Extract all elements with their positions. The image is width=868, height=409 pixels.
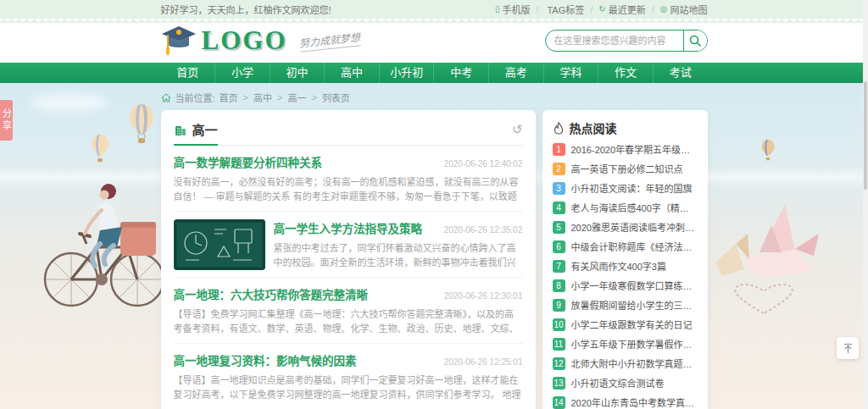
flame-icon [553,122,565,135]
hot-reading-link[interactable]: 老人与海读后感400字（精选3篇） [571,201,698,214]
slogan-text: 努力成就梦想 [298,29,361,52]
hot-reading-item: 10 小学二年级跟数学有关的日记 [553,318,698,331]
main-nav: 首页 小学 初中 高中 小升初 中考 高考 学科 作文 考试 [0,63,868,83]
share-button[interactable]: 分享 [0,100,13,141]
article-list-card: 高一 ↺ 高一数学解题要分析四种关系 2020-06-26 12:40:02 没… [161,110,536,409]
rank-badge: 9 [553,299,565,312]
hot-reading-item: 6 中级会计职称题库《经济法》检测题 [553,240,698,253]
hot-reading-item: 7 有关风雨作文400字3篇 [553,259,698,273]
welcome-text: 好好学习，天天向上，红柚作文网欢迎您! [161,3,331,16]
hot-reading-link[interactable]: 2020年山东青岛中考数学真题（已公布） [571,395,698,409]
article-item: 高一学生入学方法指导及策略 2020-06-26 12:35:02 紧张的中考过… [174,212,523,278]
topbar-link[interactable]: ↻ 最近更新 [598,3,645,16]
hot-reading-link[interactable]: 小学五年级下册数学暑假作业答案【20-61 [571,337,698,351]
hot-reading-link[interactable]: 中级会计职称题库《经济法》检测题 [571,240,698,253]
girl-on-bicycle-illustration [36,169,168,312]
article-title-link[interactable]: 高一数学解题要分析四种关系 [174,153,323,170]
hot-reading-item: 13 小升初语文综合测试卷 [553,376,698,390]
article-date: 2020-06-26 12:35:02 [444,225,523,235]
back-to-top-button[interactable] [837,337,859,359]
topbar-link[interactable]: ▯ 手机版 [495,3,531,16]
hot-air-balloon-icon [760,139,776,161]
hot-reading-card: 热点阅读 1 2016-2020年春学期五年级语文下期末模拟 2 高一英语下册必… [542,110,708,409]
nav-item[interactable]: 学科 [544,63,599,83]
scrollbar-track[interactable] [863,0,868,409]
article-excerpt: 【导语】高一地理知识点是高考的基础，同学们一定要复习好高一地理，这样才能在复习好… [174,373,523,402]
breadcrumb-prefix: 当前位置: [175,91,215,104]
scrollbar-thumb[interactable] [864,81,867,190]
rank-badge: 14 [553,396,565,409]
hot-reading-link[interactable]: 放暑假期间留给小学生的三年级英语作文范文 [571,298,698,312]
search-button[interactable] [683,30,707,51]
article-excerpt: 没有好的高一，必然没有好的高考；没有高一的危机感和紧迫感，就没有高三的从容自信！… [174,175,523,204]
sidebar: 热点阅读 1 2016-2020年春学期五年级语文下期末模拟 2 高一英语下册必… [542,110,708,409]
rank-badge: 10 [553,318,565,331]
rank-badge: 1 [553,143,565,156]
graduation-cap-icon [161,25,197,57]
breadcrumb-link[interactable]: 高一 [287,91,306,104]
logo-text: LOGO [202,25,287,56]
topbar-link-label: 最近更新 [609,3,646,16]
topbar-link[interactable]: ◎ 网站地图 [660,3,708,16]
nav-item[interactable]: 首页 [161,63,216,83]
rank-badge: 6 [553,240,565,253]
hot-reading-item: 4 老人与海读后感400字（精选3篇） [553,201,698,214]
article-thumbnail[interactable] [174,219,265,270]
page: 好好学习，天天向上，红柚作文网欢迎您! ▯ 手机版 / TAG标签 / ↻ [0,0,868,409]
article-item: 高一数学解题要分析四种关系 2020-06-26 12:40:02 没有好的高一… [174,146,523,212]
hot-air-balloon-icon [90,134,110,163]
rank-badge: 11 [553,338,565,351]
refresh-icon[interactable]: ↺ [512,123,523,135]
chalkboard-image [174,219,265,270]
hot-reading-link[interactable]: 小学一年级寒假数学口算练习题三篇 [571,279,698,292]
separator: / [536,4,538,14]
search-input[interactable] [546,30,683,51]
topbar-link-icon: ◎ [660,5,668,14]
search-icon [689,35,701,47]
origami-cranes-illustration [710,200,837,285]
hot-reading-item: 14 2020年山东青岛中考数学真题（已公布） [553,395,698,409]
hot-reading-link[interactable]: 北师大附中小升初数学真题汇编 [571,356,698,370]
topbar-link[interactable]: TAG标签 [544,3,584,16]
article-title-link[interactable]: 高一地理复习资料：影响气候的因素 [174,351,357,368]
breadcrumb-link[interactable]: 高中 [253,91,272,104]
nav-item[interactable]: 小学 [215,63,270,83]
hot-reading-link[interactable]: 小升初语文阅读：年轻的国旗 [571,181,693,195]
hot-reading-link[interactable]: 小学二年级跟数学有关的日记 [571,318,693,331]
arrow-up-to-top-icon [843,343,854,354]
rank-badge: 4 [553,202,565,214]
hot-reading-item: 2 高一英语下册必修二知识点 [553,162,698,175]
nav-item[interactable]: 中考 [434,63,489,83]
hot-reading-link[interactable]: 有关风雨作文400字3篇 [571,259,666,273]
hot-reading-item: 11 小学五年级下册数学暑假作业答案【20-61 [553,337,698,351]
nav-item[interactable]: 作文 [598,63,654,83]
sand-heart-illustration [726,281,802,317]
article-body: 高一数学解题要分析四种关系 2020-06-26 12:40:02 没有好的高一… [174,153,523,204]
breadcrumb-link[interactable]: 首页 [220,91,238,104]
topbar-link-icon: ↻ [598,5,605,14]
hot-reading-link[interactable]: 2016-2020年春学期五年级语文下期末模拟 [571,142,698,156]
hot-reading-header: 热点阅读 [553,119,698,136]
separator: > [277,92,282,102]
separator: > [243,92,248,102]
breadcrumb-trail: 首页>高中>高一>列表页 [220,91,350,104]
breadcrumb-link[interactable]: 列表页 [322,91,350,104]
site-logo[interactable]: LOGO [161,25,287,57]
rank-badge: 13 [553,377,565,390]
rank-badge: 3 [553,182,565,195]
nav-item[interactable]: 高中 [325,63,380,83]
nav-item[interactable]: 考试 [654,63,708,83]
article-title-link[interactable]: 高一地理：六大技巧帮你答题完整清晰 [174,285,369,302]
site-header: LOGO 努力成就梦想 [0,19,868,63]
article-excerpt: 【导语】免费学习网汇集整理《高一地理：六大技巧帮你答题完整清晰》，以及的高考备考… [174,307,523,336]
article-date: 2020-06-26 12:25:01 [444,357,523,367]
hot-reading-link[interactable]: 2020雅思英语阅读临考冲刺试题附答案 [571,220,698,234]
article-excerpt: 紧张的中考过去了，同学们怀着激动又兴奋的心情跨入了高中的校园。面对全新的生活环境… [274,241,523,270]
hot-reading-link[interactable]: 小升初语文综合测试卷 [571,376,665,390]
nav-item[interactable]: 小升初 [380,63,435,83]
hot-reading-link[interactable]: 高一英语下册必修二知识点 [571,162,683,175]
nav-item[interactable]: 初中 [270,63,326,83]
hot-reading-item: 3 小升初语文阅读：年轻的国旗 [553,181,698,195]
nav-item[interactable]: 高考 [489,63,544,83]
article-title-link[interactable]: 高一学生入学方法指导及策略 [274,219,423,236]
